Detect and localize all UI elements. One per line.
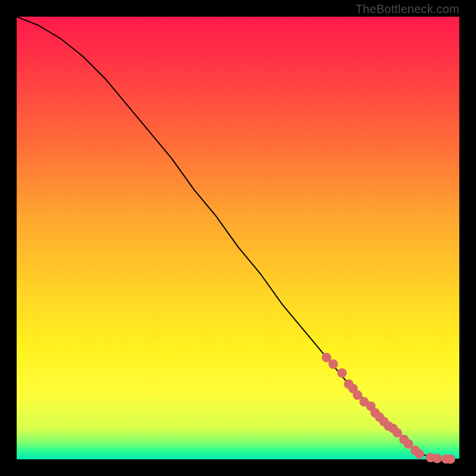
chart-frame: TheBottleneck.com <box>0 0 476 476</box>
bottleneck-curve <box>17 17 459 459</box>
chart-overlay <box>17 17 459 459</box>
data-marker <box>433 454 442 464</box>
data-marker <box>337 368 347 378</box>
data-marker <box>328 359 338 369</box>
data-marker <box>415 449 424 459</box>
data-marker <box>446 455 455 464</box>
marker-group <box>322 353 455 464</box>
attribution-label: TheBottleneck.com <box>355 2 459 16</box>
